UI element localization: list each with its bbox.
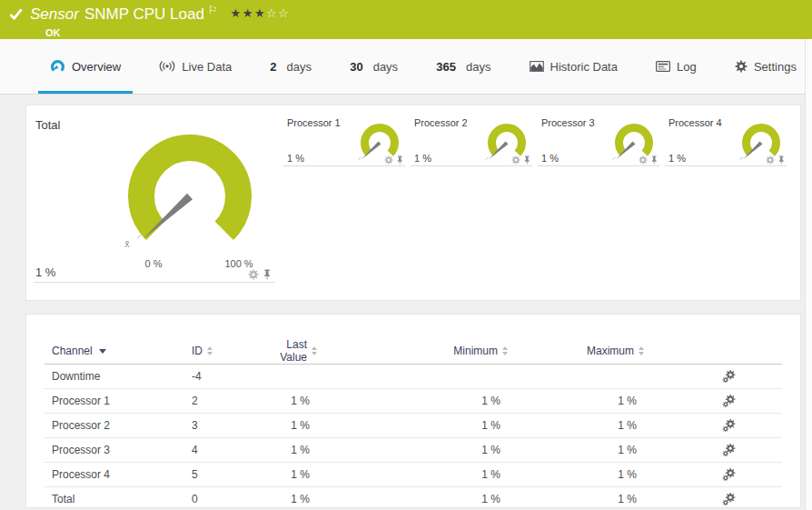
table-row[interactable]: Processor 341 %1 %1 % <box>45 438 782 463</box>
gear-icon[interactable] <box>511 155 520 165</box>
area-chart-icon <box>530 61 544 73</box>
col-header-channel[interactable]: Channel <box>52 345 106 357</box>
cell-minimum: 1 % <box>317 487 508 510</box>
cell-channel: Processor 3 <box>45 438 181 463</box>
table-row[interactable]: Total01 %1 %1 % <box>45 487 782 510</box>
star-icon: ☆ <box>278 6 290 20</box>
status-check-icon <box>9 8 23 20</box>
star-icon: ★ <box>254 6 266 20</box>
cell-channel: Downtime <box>45 365 181 389</box>
channel-settings-icon[interactable] <box>722 468 736 482</box>
cell-maximum: 1 % <box>508 414 644 438</box>
channel-table-panel: Channel ID Last Value Minimum Maximum <box>25 314 801 508</box>
col-header-minimum[interactable]: Minimum <box>453 345 508 357</box>
channel-settings-icon[interactable] <box>722 395 736 408</box>
tab-label: Live Data <box>182 60 232 74</box>
cell-channel: Processor 2 <box>45 414 181 438</box>
sensor-title-block: Sensor SNMP CPU Load ⚐ ★★★☆☆ OK <box>30 5 290 38</box>
live-data-icon <box>159 61 175 72</box>
channel-value: 1 % <box>668 153 686 164</box>
tab-365-days[interactable]: 365 days <box>424 39 502 94</box>
channel-settings-icon[interactable] <box>722 444 736 457</box>
sort-icon <box>639 346 644 355</box>
channel-settings-icon[interactable] <box>722 493 736 506</box>
tab-overview[interactable]: Overview <box>38 39 133 94</box>
processor-gauge-cell: Processor 11 % <box>283 115 405 166</box>
channel-value: 1 % <box>541 153 559 164</box>
col-header-last-value[interactable]: Last Value <box>262 338 317 364</box>
cell-last-value: 1 % <box>262 487 317 510</box>
cell-channel: Processor 4 <box>45 463 181 487</box>
col-header-maximum[interactable]: Maximum <box>587 345 644 357</box>
prtg-sensor-page: Sensor SNMP CPU Load ⚐ ★★★☆☆ OK Overview… <box>0 0 812 510</box>
channel-label: Processor 2 <box>414 117 468 128</box>
pin-icon[interactable] <box>396 155 404 165</box>
tab-number: 30 <box>350 60 362 74</box>
cell-id: 2 <box>181 389 262 414</box>
cell-minimum: 1 % <box>317 389 508 414</box>
tab-number: 2 <box>270 60 276 74</box>
tab-historic-data[interactable]: Historic Data <box>518 39 629 94</box>
channel-value: 1 % <box>287 153 304 164</box>
flag-icon[interactable]: ⚐ <box>208 2 218 19</box>
tab-live-data[interactable]: Live Data <box>147 39 243 94</box>
gauges-panel: Total x̄ 0 % 100 % 1 % Processor 11 %Pro… <box>25 105 801 301</box>
cell-id: 3 <box>181 414 262 438</box>
gear-icon[interactable] <box>384 155 393 165</box>
pin-icon[interactable] <box>523 155 531 165</box>
table-row[interactable]: Processor 451 %1 %1 % <box>45 463 782 487</box>
tab-label: Log <box>677 60 697 74</box>
cell-id: 0 <box>181 487 262 510</box>
table-row[interactable]: Processor 121 %1 %1 % <box>45 389 782 414</box>
sort-icon <box>207 346 213 355</box>
star-icon: ★ <box>243 6 254 20</box>
channel-label: Total <box>35 118 60 132</box>
gear-icon[interactable] <box>639 155 648 165</box>
channel-value: 1 % <box>35 265 55 279</box>
tab-log[interactable]: Log <box>644 39 708 94</box>
cell-maximum <box>508 365 644 389</box>
channel-label: Processor 1 <box>287 117 341 128</box>
priority-stars[interactable]: ★★★☆☆ <box>231 5 291 22</box>
cell-maximum: 1 % <box>508 438 644 463</box>
tab-label: days <box>373 60 398 74</box>
table-row[interactable]: Downtime-4 <box>45 365 782 389</box>
pin-icon[interactable] <box>262 269 272 280</box>
col-label: ID <box>192 345 203 357</box>
pin-icon[interactable] <box>650 155 659 165</box>
svg-text:x̄: x̄ <box>125 239 130 249</box>
gauge-max-label: 100 % <box>221 258 257 269</box>
channel-table: Channel ID Last Value Minimum Maximum <box>45 338 782 510</box>
col-label: Channel <box>52 345 93 357</box>
cell-last-value: 1 % <box>262 414 317 438</box>
channel-label: Processor 3 <box>541 117 595 128</box>
tab-2-days[interactable]: 2 days <box>258 39 323 94</box>
channel-table-body: Downtime-4Processor 121 %1 %1 %Processor… <box>45 365 782 510</box>
tab-label: Overview <box>72 60 121 74</box>
channel-settings-icon[interactable] <box>722 370 736 384</box>
cell-last-value: 1 % <box>262 389 317 414</box>
gear-icon[interactable] <box>248 269 259 280</box>
gauge-icon <box>50 59 65 75</box>
table-row[interactable]: Processor 231 %1 %1 % <box>45 414 782 438</box>
star-icon: ★ <box>231 6 243 20</box>
cell-maximum: 1 % <box>508 487 644 510</box>
tab-number: 365 <box>436 60 456 74</box>
pin-icon[interactable] <box>777 155 786 165</box>
cell-channel: Total <box>45 487 181 510</box>
sort-icon <box>312 346 317 355</box>
star-icon: ☆ <box>266 6 278 20</box>
tab-label: days <box>287 60 312 74</box>
sort-desc-icon <box>99 349 106 354</box>
cell-minimum: 1 % <box>317 414 508 438</box>
processor-gauge-cell: Processor 21 % <box>411 115 532 166</box>
channel-settings-icon[interactable] <box>722 419 736 433</box>
tab-settings[interactable]: Settings <box>723 39 808 94</box>
status-badge: OK <box>45 27 290 38</box>
tab-label: Settings <box>754 60 797 74</box>
gauge-actions <box>511 155 531 165</box>
gear-icon[interactable] <box>766 155 775 165</box>
col-header-id[interactable]: ID <box>192 345 213 357</box>
tab-30-days[interactable]: 30 days <box>338 39 410 94</box>
scrollbar-track[interactable] <box>805 39 812 510</box>
